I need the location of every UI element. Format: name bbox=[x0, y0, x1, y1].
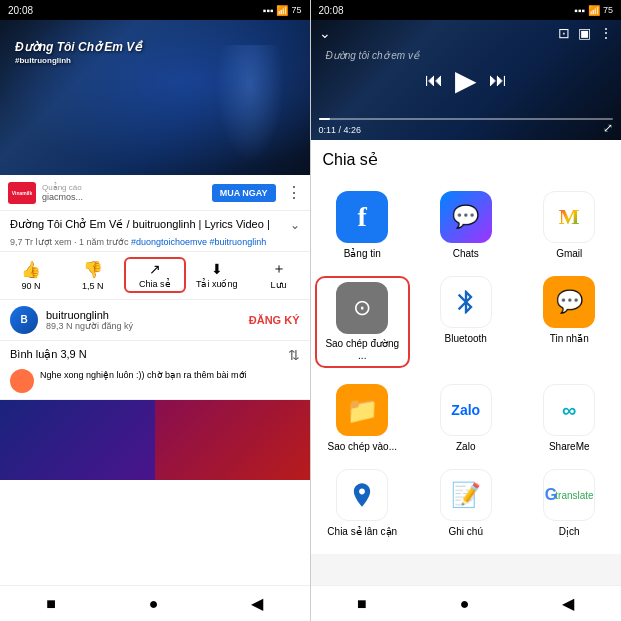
share-item-nearby[interactable]: Chia sẻ lân cận bbox=[311, 461, 415, 546]
thumbnail-row bbox=[0, 400, 310, 585]
nav-home-icon[interactable]: ● bbox=[149, 595, 159, 613]
share-item-sms[interactable]: 💬 Tin nhắn bbox=[518, 268, 622, 376]
player-chevron-down-icon[interactable]: ⌄ bbox=[319, 25, 331, 41]
captions-icon[interactable]: ▣ bbox=[578, 25, 591, 41]
share-button[interactable]: ↗ Chia sẻ bbox=[124, 257, 186, 293]
download-icon: ⬇ bbox=[211, 261, 223, 277]
share-item-messenger[interactable]: 💬 Chats bbox=[414, 183, 518, 268]
gmail-icon: M bbox=[543, 191, 595, 243]
comments-title: Bình luận 3,9 N bbox=[10, 348, 87, 361]
time-left: 20:08 bbox=[8, 5, 33, 16]
subscribe-button[interactable]: ĐĂNG KÝ bbox=[249, 314, 300, 326]
notes-icon: 📝 bbox=[440, 469, 492, 521]
share-item-copy[interactable]: ⊙ Sao chép đường ... bbox=[311, 268, 415, 376]
folder-icon: 📁 bbox=[336, 384, 388, 436]
share-item-notes[interactable]: 📝 Ghi chú bbox=[414, 461, 518, 546]
share-item-zalo[interactable]: Zalo Zalo bbox=[414, 376, 518, 461]
download-button[interactable]: ⬇ Tải xuống bbox=[186, 257, 248, 293]
share-item-translate[interactable]: G translate Dịch bbox=[518, 461, 622, 546]
download-label: Tải xuống bbox=[196, 279, 238, 289]
play-button[interactable]: ▶ bbox=[455, 64, 477, 97]
share-header: Chia sẻ bbox=[311, 140, 622, 175]
shareme-icon: ∞ bbox=[543, 384, 595, 436]
zalo-icon: Zalo bbox=[440, 384, 492, 436]
gmail-label: Gmail bbox=[556, 248, 582, 260]
share-item-facebook[interactable]: f Bảng tin bbox=[311, 183, 415, 268]
save-icon: ＋ bbox=[272, 260, 286, 278]
player-controls-top: ⌄ ⊡ ▣ ⋮ bbox=[311, 25, 622, 41]
shareme-label: ShareMe bbox=[549, 441, 590, 453]
nearby-label: Chia sẻ lân cận bbox=[327, 526, 397, 538]
player-icons-right: ⊡ ▣ ⋮ bbox=[558, 25, 613, 41]
sms-label: Tin nhắn bbox=[550, 333, 589, 345]
messenger-icon: 💬 bbox=[440, 191, 492, 243]
folder-label: Sao chép vào... bbox=[328, 441, 398, 453]
notes-label: Ghi chú bbox=[449, 526, 483, 538]
status-bar-right: 20:08 ▪▪▪ 📶 75 bbox=[311, 0, 622, 20]
ad-label: Quảng cáo bbox=[42, 183, 83, 192]
share-item-gmail[interactable]: M Gmail bbox=[518, 183, 622, 268]
video-title-overlay: Đường Tôi Chở Em Về #buitruonglinh bbox=[15, 40, 141, 65]
messenger-label: Chats bbox=[453, 248, 479, 260]
time-right: 20:08 bbox=[319, 5, 344, 16]
share-item-folder[interactable]: 📁 Sao chép vào... bbox=[311, 376, 415, 461]
like-count: 90 N bbox=[21, 281, 40, 291]
nav-home-icon-right[interactable]: ● bbox=[460, 595, 470, 613]
player-time: 0:11 / 4:26 bbox=[319, 125, 362, 135]
progress-track[interactable] bbox=[319, 118, 614, 120]
action-bar: 👍 90 N 👎 1,5 N ↗ Chia sẻ ⬇ Tải xuống ＋ L… bbox=[0, 252, 310, 300]
copy-icon: ⊙ bbox=[336, 282, 388, 334]
share-item-bluetooth[interactable]: Bluetooth bbox=[414, 268, 518, 376]
bluetooth-icon bbox=[440, 276, 492, 328]
save-button[interactable]: ＋ Lưu bbox=[248, 256, 310, 294]
channel-subs: 89,3 N người đăng ký bbox=[46, 321, 249, 331]
ad-more-button[interactable]: ⋮ bbox=[286, 183, 302, 202]
channel-info: buitruonglinh 89,3 N người đăng ký bbox=[46, 309, 249, 331]
ad-bar: Vinamilk Quảng cáo giacmos... MUA NGAY ⋮ bbox=[0, 175, 310, 211]
share-grid: f Bảng tin 💬 Chats M Gmail ⊙ Sao chép đư… bbox=[311, 175, 622, 554]
translate-icon: G translate bbox=[543, 469, 595, 521]
status-icons-right: ▪▪▪ 📶 75 bbox=[574, 5, 613, 16]
comments-sort-icon[interactable]: ⇅ bbox=[288, 347, 300, 363]
copy-highlight-box: ⊙ Sao chép đường ... bbox=[315, 276, 411, 368]
nav-bar-left: ■ ● ◀ bbox=[0, 585, 310, 621]
like-button[interactable]: 👍 90 N bbox=[0, 256, 62, 295]
translate-label: Dịch bbox=[559, 526, 580, 538]
facebook-label: Bảng tin bbox=[344, 248, 381, 260]
status-bar-left: 20:08 ▪▪▪ 📶 75 bbox=[0, 0, 310, 20]
video-info-title: Đường Tôi Chở Em Về / buitruonglinh | Ly… bbox=[10, 217, 300, 234]
comment-avatar bbox=[10, 369, 34, 393]
hashtag-link[interactable]: #duongtoichoemve #buitruonglinh bbox=[131, 237, 266, 247]
next-button[interactable]: ⏭ bbox=[489, 70, 507, 91]
nav-back-icon[interactable]: ◀ bbox=[251, 594, 263, 613]
comments-section: Bình luận 3,9 N ⇅ Nghe xong nghiện luôn … bbox=[0, 341, 310, 400]
share-item-shareme[interactable]: ∞ ShareMe bbox=[518, 376, 622, 461]
thumbnail-2[interactable] bbox=[155, 400, 310, 480]
video-thumbnail-left[interactable]: Đường Tôi Chở Em Về #buitruonglinh bbox=[0, 20, 310, 175]
player-title-overlay: Đường tôi chở em về bbox=[326, 50, 419, 61]
figure-silhouette bbox=[210, 45, 290, 175]
cast-icon[interactable]: ⊡ bbox=[558, 25, 570, 41]
video-info: Đường Tôi Chở Em Về / buitruonglinh | Ly… bbox=[0, 211, 310, 252]
thumbnail-1[interactable] bbox=[0, 400, 155, 480]
prev-button[interactable]: ⏮ bbox=[425, 70, 443, 91]
channel-name[interactable]: buitruonglinh bbox=[46, 309, 249, 321]
player-more-icon[interactable]: ⋮ bbox=[599, 25, 613, 41]
mua-ngay-button[interactable]: MUA NGAY bbox=[212, 184, 276, 202]
mini-player[interactable]: ⌄ ⊡ ▣ ⋮ Đường tôi chở em về ⏮ ▶ ⏭ 0:11 /… bbox=[311, 20, 622, 140]
nav-square-icon[interactable]: ■ bbox=[46, 595, 56, 613]
share-icon: ↗ bbox=[149, 261, 161, 277]
like-icon: 👍 bbox=[21, 260, 41, 279]
nearby-icon bbox=[336, 469, 388, 521]
dislike-icon: 👎 bbox=[83, 260, 103, 279]
copy-label: Sao chép đường ... bbox=[321, 338, 405, 362]
player-expand-icon[interactable]: ⤢ bbox=[603, 121, 613, 135]
nav-square-icon-right[interactable]: ■ bbox=[357, 595, 367, 613]
status-icons-left: ▪▪▪ 📶 75 bbox=[263, 5, 302, 16]
right-panel: 20:08 ▪▪▪ 📶 75 ⌄ ⊡ ▣ ⋮ Đường tôi chở em … bbox=[311, 0, 622, 621]
comments-header: Bình luận 3,9 N ⇅ bbox=[10, 347, 300, 363]
channel-avatar: B bbox=[10, 306, 38, 334]
nav-back-icon-right[interactable]: ◀ bbox=[562, 594, 574, 613]
expand-icon[interactable]: ⌄ bbox=[290, 217, 300, 234]
dislike-button[interactable]: 👎 1,5 N bbox=[62, 256, 124, 295]
